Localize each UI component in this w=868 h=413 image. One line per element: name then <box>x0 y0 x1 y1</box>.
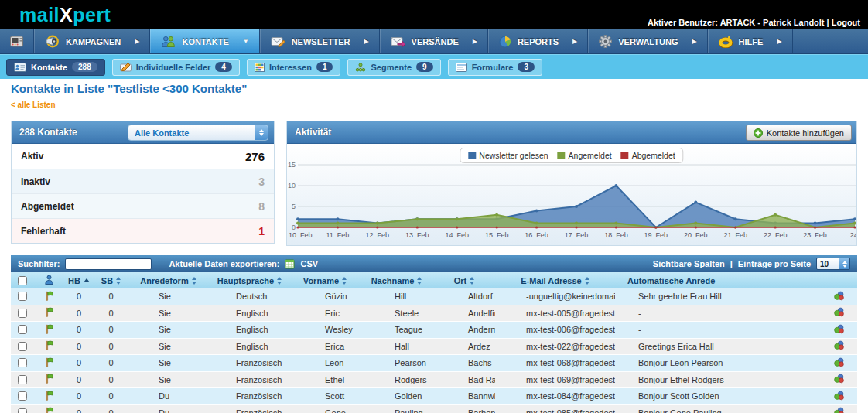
cell-hb: 0 <box>63 358 94 367</box>
visible-columns-link[interactable]: Sichtbare Spalten <box>653 259 725 268</box>
row-checkbox[interactable] <box>18 358 27 367</box>
column-header-ort[interactable]: Ort <box>433 272 495 288</box>
cell-nachname: Hall <box>360 342 433 351</box>
cell-ort: Ardez <box>433 342 495 351</box>
contact-spheres-icon[interactable] <box>833 307 845 319</box>
column-header-hb[interactable]: HB <box>63 272 94 288</box>
sort-icon <box>470 277 474 285</box>
table-row: 00SieDeutschGüzinHillAltdorf (SH)-unguel… <box>11 288 857 305</box>
pie-icon <box>499 36 511 48</box>
contact-spheres-icon[interactable] <box>833 407 845 413</box>
chevron-right-icon: ▶ <box>364 38 368 45</box>
column-header-sb[interactable]: SB <box>94 272 128 288</box>
row-checkbox[interactable] <box>18 292 27 301</box>
column-header-hauptsprache[interactable]: Hauptsprache <box>209 272 290 288</box>
cell-vorname: Eric <box>290 309 360 318</box>
contact-filter-value: Alle Kontakte <box>128 128 255 138</box>
cell-hb: 0 <box>63 391 94 401</box>
csv-file-icon <box>285 259 295 269</box>
legend-label: Abgemeldet <box>632 151 675 160</box>
nav-item-reports[interactable]: REPORTS▶ <box>488 29 588 53</box>
column-label: SB <box>101 276 113 285</box>
logout-link[interactable]: Logout <box>832 18 860 27</box>
cell-email: mx-test-068@fragedestages.ch <box>495 358 615 367</box>
cell-nachname: Steele <box>360 309 433 318</box>
table-body: 00SieDeutschGüzinHillAltdorf (SH)-unguel… <box>11 288 857 413</box>
column-header-anredeform[interactable]: Anredeform <box>128 272 209 288</box>
contact-spheres-icon[interactable] <box>833 374 845 385</box>
contact-spheres-icon[interactable] <box>833 324 845 336</box>
legend-label: Newsletter gelesen <box>479 151 548 160</box>
mail-pencil-icon <box>271 36 285 47</box>
tab-formulare[interactable]: Formulare3 <box>448 59 542 76</box>
svg-text:0: 0 <box>292 224 296 231</box>
tab-kontakte[interactable]: Kontakte288 <box>6 59 105 76</box>
stat-row-aktiv[interactable]: Aktiv276 <box>12 144 274 169</box>
people-icon <box>161 36 176 47</box>
gear-icon <box>599 35 612 48</box>
nav-item-label: VERWALTUNG <box>618 37 678 46</box>
row-checkbox[interactable] <box>18 309 27 318</box>
row-checkbox[interactable] <box>18 408 27 413</box>
svg-text:5: 5 <box>292 203 296 210</box>
tab-segmente[interactable]: Segmente9 <box>347 59 440 76</box>
contact-filter-select[interactable]: Alle Kontakte <box>128 125 268 141</box>
nav-item-newsletter[interactable]: NEWSLETTER▶ <box>260 29 380 53</box>
cell-sb: 0 <box>94 358 128 367</box>
logo-part-pert: pert <box>73 4 111 26</box>
select-all-checkbox[interactable] <box>18 276 27 285</box>
flag-icon <box>44 324 54 336</box>
search-filter-input[interactable] <box>65 258 152 270</box>
flag-icon <box>44 340 54 352</box>
row-checkbox[interactable] <box>18 391 27 401</box>
stat-row-fehlerhaft[interactable]: Fehlerhaft1 <box>12 218 274 243</box>
column-header-email[interactable]: E-Mail Adresse <box>495 272 615 288</box>
megaphone-icon <box>45 35 60 48</box>
per-page-select[interactable]: 10 <box>816 258 850 270</box>
cell-email: mx-test-084@fragedestages.ch <box>495 391 615 401</box>
contact-spheres-icon[interactable] <box>833 357 845 369</box>
cell-nachname: Hill <box>360 292 433 301</box>
chevron-right-icon: ▶ <box>572 38 577 45</box>
cell-anrede: Bonjour Ethel Rodgers <box>615 375 820 384</box>
dashboard-icon <box>10 36 23 47</box>
per-page-value: 10 <box>817 260 839 268</box>
tab-interessen[interactable]: Interessen1 <box>247 59 341 76</box>
add-contacts-button[interactable]: Kontakte hinzufügen <box>746 125 852 141</box>
nav-item-kontakte[interactable]: KONTAKTE▼ <box>150 29 259 53</box>
nav-item-home[interactable] <box>0 29 34 53</box>
contact-spheres-icon[interactable] <box>833 391 845 402</box>
stat-row-abgemeldet[interactable]: Abgemeldet8 <box>12 193 274 218</box>
column-header-nachname[interactable]: Nachname <box>360 272 433 288</box>
nav-item-versaende[interactable]: VERSÄNDE▶ <box>380 29 488 53</box>
row-checkbox[interactable] <box>18 342 27 351</box>
row-checkbox[interactable] <box>18 325 27 334</box>
csv-export-link[interactable]: CSV <box>300 259 318 268</box>
table-row: 00SieFranzösischEthelRodgersBad Ragazmx-… <box>11 372 857 389</box>
svg-text:10. Feb: 10. Feb <box>289 231 313 239</box>
cell-anrede: Sehr geehrte Frau Hill <box>615 292 820 301</box>
nav-item-verwaltung[interactable]: VERWALTUNG▶ <box>588 29 707 53</box>
nav-item-kampagnen[interactable]: KAMPAGNEN▶ <box>34 29 150 53</box>
contact-spheres-icon[interactable] <box>833 291 845 302</box>
flag-icon <box>44 391 54 402</box>
row-checkbox[interactable] <box>18 375 27 384</box>
cell-anrede: - <box>615 325 820 334</box>
cell-anrede: - <box>615 309 820 318</box>
contact-spheres-icon[interactable] <box>833 340 845 352</box>
tab-individuelle-felder[interactable]: Individuelle Felder4 <box>112 59 240 76</box>
chart-legend: Newsletter gelesenAngemeldetAbgemeldet <box>460 148 683 163</box>
tab-count-badge: 288 <box>72 62 97 72</box>
cell-anredeform: Sie <box>128 375 209 384</box>
all-lists-link[interactable]: < alle Listen <box>11 101 56 109</box>
cell-hb: 0 <box>63 375 94 384</box>
column-header-vorname[interactable]: Vorname <box>290 272 360 288</box>
sub-navigation: Kontakte288Individuelle Felder4Interesse… <box>0 54 868 79</box>
cell-ort: Bannwil <box>433 391 495 401</box>
nav-item-hilfe[interactable]: HILFE▶ <box>708 29 793 53</box>
stat-row-inaktiv[interactable]: Inaktiv3 <box>12 169 274 193</box>
cell-vorname: Leon <box>290 358 360 367</box>
cell-ort: Altdorf (SH) <box>433 292 495 301</box>
activity-panel: Aktivität Kontakte hinzufügen Newsletter… <box>286 121 857 246</box>
tab-count-badge: 3 <box>518 62 535 72</box>
